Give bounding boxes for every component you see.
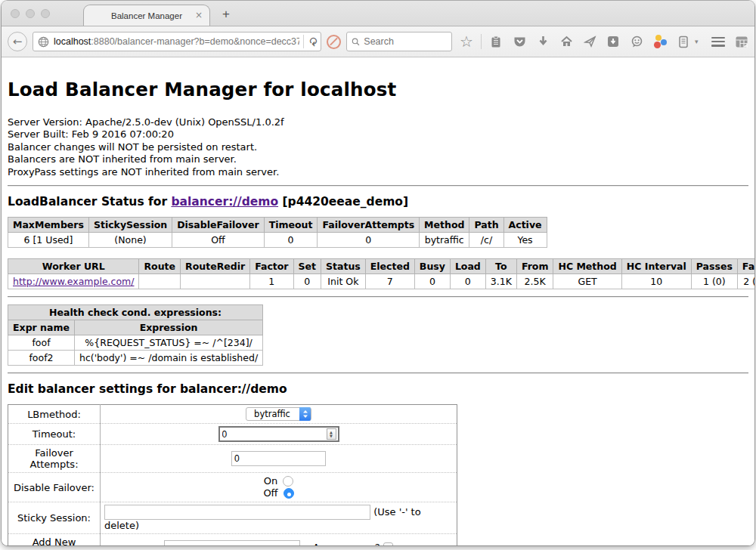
sticky-session-label: Sticky Session:: [8, 502, 101, 534]
lbmethod-selected-value: bytraffic: [254, 409, 299, 419]
notes-panel-icon[interactable]: [674, 36, 692, 48]
tile-tabs-icon[interactable]: [733, 36, 751, 48]
disable-failover-on-radio[interactable]: [283, 476, 293, 487]
col-expression: Expression: [75, 320, 263, 335]
sticky-session-input[interactable]: [104, 505, 370, 520]
table-header-row: Worker URL Route RouteRedir Factor Set S…: [8, 259, 755, 274]
minimize-window-button[interactable]: [26, 9, 35, 18]
col-routeredir: RouteRedir: [181, 259, 250, 274]
timeout-input[interactable]: [220, 429, 327, 440]
send-plane-icon[interactable]: [581, 36, 599, 48]
failover-attempts-input[interactable]: [231, 451, 326, 466]
cell-disablefailover: Off: [172, 233, 264, 248]
disable-failover-off-radio[interactable]: [284, 488, 294, 499]
titlebar: Balancer Manager × +: [2, 1, 754, 26]
are-you-sure-label: Are you sure?: [313, 542, 380, 545]
zoom-window-button[interactable]: [41, 9, 50, 18]
col-stickysession: StickySession: [88, 218, 172, 233]
table-row: 6 [1 Used] (None) Off 0 0 bytraffic /c/ …: [8, 233, 547, 248]
tab-balancer-manager[interactable]: Balancer Manager ×: [83, 5, 210, 26]
table-row: foof2 hc('body') =~ /domain is establish…: [8, 351, 263, 366]
menu-hamburger-icon[interactable]: [709, 37, 727, 47]
cell-expr-name: foof: [8, 335, 75, 351]
divider: [8, 185, 748, 187]
traffic-lights: [11, 9, 50, 18]
cell-expr-name: foof2: [8, 351, 75, 366]
cell-busy: 0: [414, 274, 450, 289]
radio-off-label: Off: [263, 487, 277, 499]
cell-factor: 1: [250, 274, 293, 289]
worker-url-link[interactable]: http://www.example.com/: [13, 276, 134, 287]
cell-expression: %{REQUEST_STATUS} =~ /^[234]/: [75, 335, 263, 351]
pocket-icon[interactable]: [510, 36, 528, 48]
cell-elected: 7: [365, 274, 414, 289]
col-expr-name: Expr name: [8, 320, 75, 335]
col-timeout: Timeout: [264, 218, 318, 233]
col-disablefailover: DisableFailover: [172, 218, 264, 233]
bookmark-star-icon[interactable]: ☆: [457, 34, 476, 49]
form-row-failover-attempts: Failover Attempts:: [8, 445, 457, 473]
colored-dots-extension-icon[interactable]: [651, 35, 669, 48]
col-route: Route: [139, 259, 181, 274]
cell-routeredir: [181, 274, 250, 289]
form-row-disable-failover: Disable Failover: On Off: [8, 473, 457, 502]
close-window-button[interactable]: [11, 9, 20, 18]
server-info: Server Version: Apache/2.5.0-dev (Unix) …: [8, 116, 748, 178]
col-path: Path: [469, 218, 503, 233]
are-you-sure-checkbox[interactable]: [383, 542, 393, 545]
col-method: Method: [420, 218, 469, 233]
col-status: Status: [321, 259, 366, 274]
table-title-row: Health check cond. expressions:: [8, 305, 263, 320]
new-tab-button[interactable]: +: [222, 7, 230, 22]
disable-failover-label: Disable Failover:: [8, 473, 101, 502]
chevron-down-icon[interactable]: ▾: [695, 38, 699, 45]
add-worker-label: Add New Worker:: [8, 534, 101, 545]
failover-attempts-label: Failover Attempts:: [8, 445, 101, 473]
cell-failoverattempts: 0: [318, 233, 420, 248]
clipboard-icon[interactable]: [487, 36, 505, 48]
balancer-demo-link[interactable]: balancer://demo: [171, 195, 278, 209]
form-row-add-worker: Add New Worker: Are you sure?: [8, 534, 457, 545]
server-note-inherit: Balancers are NOT inherited from main se…: [8, 153, 748, 165]
col-busy: Busy: [414, 259, 450, 274]
search-icon: [352, 37, 360, 47]
cell-hc-method: GET: [553, 274, 621, 289]
tab-close-icon[interactable]: ×: [195, 11, 203, 20]
form-row-lbmethod: LBmethod: bytraffic: [8, 405, 457, 424]
cell-route: [139, 274, 181, 289]
divider: [8, 372, 748, 374]
col-elected: Elected: [365, 259, 414, 274]
worker-table: Worker URL Route RouteRedir Factor Set S…: [8, 258, 754, 289]
balancer-summary-table: MaxMembers StickySession DisableFailover…: [8, 217, 547, 248]
home-icon[interactable]: [557, 36, 575, 48]
download-icon[interactable]: [534, 36, 552, 48]
cell-hc-interval: 10: [621, 274, 691, 289]
add-worker-input[interactable]: [164, 540, 300, 545]
number-stepper-icon[interactable]: ▲▼: [327, 428, 336, 440]
search-bar[interactable]: [346, 32, 452, 51]
search-input[interactable]: [364, 36, 447, 47]
url-bar[interactable]: localhost:8880/balancer-manager?b=demo&n…: [33, 32, 321, 51]
back-button[interactable]: ←: [8, 32, 27, 51]
navigation-toolbar: ← localhost:8880/balancer-manager?b=demo…: [2, 26, 754, 57]
table-row: http://www.example.com/ 1 0 Init Ok 7 0 …: [8, 274, 755, 289]
divider: [8, 296, 748, 298]
chat-smiley-icon[interactable]: [627, 36, 646, 48]
cell-maxmembers: 6 [1 Used]: [8, 233, 89, 248]
reload-icon[interactable]: ⟳: [307, 37, 318, 47]
cell-timeout: 0: [264, 233, 318, 248]
content-blocker-icon[interactable]: [327, 35, 341, 49]
edit-balancer-form: LBmethod: bytraffic Timeout: ▲▼: [8, 404, 457, 545]
col-hc-method: HC Method: [553, 259, 621, 274]
server-note-persist: Balancer changes will NOT be persisted o…: [8, 141, 748, 153]
browser-window: Balancer Manager × + ← localhost:8880/ba…: [2, 1, 754, 545]
radio-on-label: On: [264, 475, 277, 487]
square-download-icon[interactable]: [604, 36, 622, 48]
col-to: To: [485, 259, 516, 274]
url-text[interactable]: localhost:8880/balancer-manager?b=demo&n…: [54, 36, 299, 47]
col-factor: Factor: [250, 259, 293, 274]
status-heading-prefix: LoadBalancer Status for: [8, 195, 171, 209]
edit-balancer-heading: Edit balancer settings for balancer://de…: [8, 382, 748, 396]
page-content: Load Balancer Manager for localhost Serv…: [2, 57, 754, 545]
lbmethod-select[interactable]: bytraffic: [246, 407, 311, 421]
